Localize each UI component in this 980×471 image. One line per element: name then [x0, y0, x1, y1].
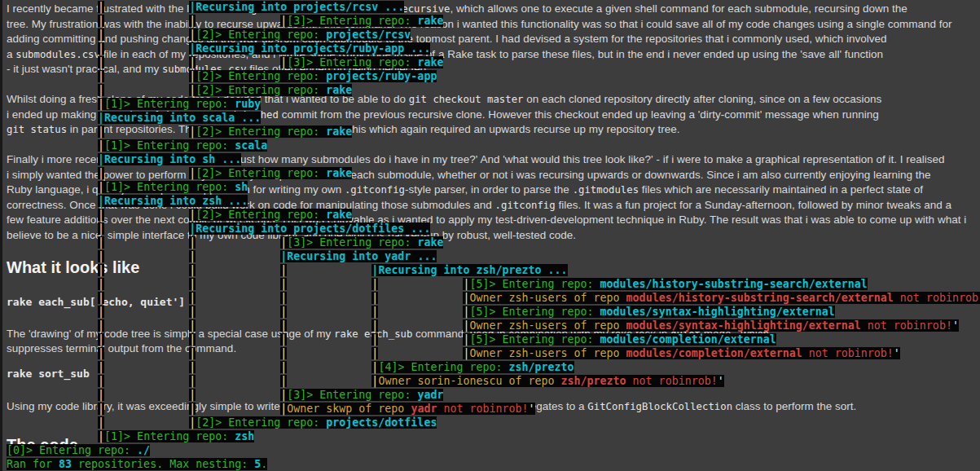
terminal-line: |[1]> Entering repo: sh [0, 180, 980, 194]
terminal-line: | | |[3]> Entering repo: rake [0, 55, 980, 69]
terminal-line: | | | |Owner sorin-ionescu of repo zsh/p… [0, 374, 980, 388]
tree-pipe: | [98, 70, 104, 82]
tree-pipe: | [189, 278, 196, 290]
terminal-line: |[1]> Entering repo: scala [0, 139, 980, 152]
tree-pipe: | [98, 15, 104, 27]
terminal-line: | |[2]> Entering repo: projects/rcsv [0, 28, 980, 42]
tree-pipe: | [189, 292, 196, 304]
repo-name: modules/completion/external [626, 347, 802, 359]
terminal-line: |Recursing into zsh ... [0, 194, 980, 208]
tree-pipe: | [98, 416, 104, 429]
repo-name: zsh/prezto [508, 361, 573, 373]
enter-label: [5]> Entering repo: [469, 306, 600, 318]
owner-message: Owner skwp of repo [287, 403, 411, 415]
repo-name: modules/completion/external [600, 333, 776, 346]
enter-label: [2]> Entering repo: [196, 416, 326, 429]
terminal-line: | | |Owner skwp of repo yadr not robinro… [0, 402, 980, 416]
terminal-line: | | |[3]> Entering repo: rake [0, 236, 980, 249]
tree-pipe: | [189, 347, 196, 359]
tree-pipe: | [189, 333, 196, 346]
tree-pipe: | [371, 347, 378, 359]
terminal-text-run: Ran for 83 repositories. Max nesting: 5. [7, 458, 267, 470]
terminal-text-run: |Recursing into zsh ... [98, 195, 248, 207]
repo-name: rake [326, 209, 352, 221]
tree-pipe: | [189, 29, 196, 41]
recurse-message: Recursing into projects/dotfiles ... [196, 222, 430, 235]
tree-pipe: | [189, 250, 196, 262]
summary-text: Ran for [7, 458, 59, 470]
terminal-line: |[1]> Entering repo: ruby [0, 97, 980, 111]
terminal-line: | | | |[4]> Entering repo: zsh/prezto [0, 360, 980, 374]
terminal-line: | |Recursing into projects/ruby-app ... [0, 42, 980, 55]
tree-pipe: | [98, 361, 104, 373]
terminal-line: | |Recursing into projects/rcsv ... [0, 0, 980, 14]
terminal-line: | |[2]> Entering repo: rake [0, 208, 980, 222]
tree-pipe: | [98, 98, 104, 110]
tree-pipe: | [98, 347, 104, 359]
repo-name: rake [417, 236, 443, 249]
tree-pipe: | [98, 209, 104, 221]
repo-name: zsh/prezto [561, 375, 626, 387]
repo-name: modules/syntax-highlighting/external [626, 319, 861, 332]
tree-pipe: | [189, 42, 196, 55]
summary-text: repositories. Max nesting: [72, 458, 254, 470]
enter-label: [5]> Entering repo: [469, 278, 600, 290]
quote-mark: ' [718, 375, 724, 387]
warning-text: not robinrob! [894, 292, 980, 304]
enter-label: [3]> Entering repo: [287, 236, 417, 249]
terminal-line: | |[2]> Entering repo: rake [0, 166, 980, 180]
owner-message: Owner zsh-users of repo [469, 347, 626, 359]
repo-name: projects/dotfiles [326, 416, 437, 429]
terminal-text-run: |[3]> Entering repo: yadr [280, 389, 443, 401]
terminal-line: | |[2]> Entering repo: rake [0, 83, 980, 97]
summary-text: . [261, 458, 267, 470]
owner-message: Owner zsh-users of repo [469, 319, 626, 332]
enter-label: [2]> Entering repo: [196, 84, 326, 96]
tree-pipe: | [98, 56, 104, 68]
tree-pipe: | [98, 84, 104, 96]
terminal-text-run: |[3]> Entering repo: rake [280, 15, 443, 27]
terminal-line: | | | | |Owner zsh-users of repo modules… [0, 291, 980, 305]
tree-pipe: | [98, 139, 104, 152]
tree-pipe: | [371, 319, 378, 332]
terminal-text-run: |[1]> Entering repo: scala [98, 139, 267, 152]
terminal-text-run: |[5]> Entering repo: modules/completion/… [463, 333, 776, 346]
tree-pipe: | [189, 209, 196, 221]
tree-pipe: | [98, 278, 104, 290]
tree-pipe: | [98, 264, 104, 276]
enter-label: [1]> Entering repo: [104, 98, 235, 110]
tree-pipe: | [189, 125, 196, 138]
warning-text: not robinrob! [626, 375, 718, 387]
enter-label: [2]> Entering repo: [196, 70, 326, 82]
owner-message: Owner sorin-ionescu of repo [378, 375, 560, 387]
recurse-message: Recursing into projects/ruby-app ... [196, 42, 430, 55]
tree-pipe: | [280, 278, 287, 290]
tree-pipe: | [280, 347, 287, 359]
repo-name: sh [235, 181, 248, 193]
tree-pipe: | [280, 306, 287, 318]
tree-pipe: | [98, 319, 104, 332]
terminal-text-run: |Owner zsh-users of repo modules/syntax-… [463, 319, 958, 332]
enter-label: [1]> Entering repo: [104, 430, 235, 442]
tree-pipe: | [189, 1, 196, 13]
terminal-text-run: |Owner sorin-ionescu of repo zsh/prezto … [371, 375, 723, 387]
tree-pipe: | [98, 333, 104, 346]
enter-label: [5]> Entering repo: [469, 333, 600, 346]
tree-pipe: | [98, 29, 104, 41]
tree-pipe: | [98, 181, 104, 193]
terminal-text-run: |[1]> Entering repo: ruby [98, 98, 261, 110]
terminal-line: | | | | |[5]> Entering repo: modules/his… [0, 277, 980, 291]
tree-pipe: | [98, 1, 104, 13]
tree-pipe: | [280, 333, 287, 346]
repo-name: ./ [137, 444, 150, 456]
tree-pipe: | [189, 167, 196, 179]
tree-pipe: | [280, 361, 287, 373]
tree-pipe: | [189, 389, 196, 401]
tree-pipe: | [98, 222, 104, 235]
recurse-message: Recursing into scala ... [104, 112, 261, 124]
terminal-text-run: [0]> Entering repo: ./ [7, 444, 150, 456]
terminal-line: Ran for 83 repositories. Max nesting: 5. [0, 457, 980, 471]
enter-label: [0]> Entering repo: [7, 444, 137, 456]
tree-pipe: | [280, 292, 287, 304]
owner-message: Owner zsh-users of repo [469, 292, 626, 304]
